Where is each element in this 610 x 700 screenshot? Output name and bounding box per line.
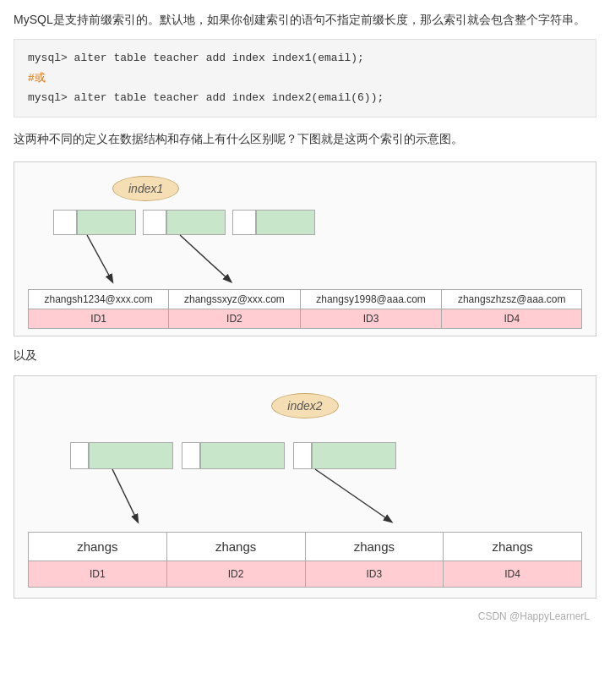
svg-line-0 (87, 235, 112, 282)
svg-line-1 (180, 235, 231, 282)
index2-block-green-2 (200, 442, 285, 469)
prefix-3: zhangs (305, 532, 444, 561)
index2-id-3: ID3 (305, 561, 444, 587)
intro-text: MySQL是支持前缀索引的。默认地，如果你创建索引的语句不指定前缀长度，那么索引… (14, 10, 596, 29)
email-1: zhangsh1234@xxx.com (29, 289, 169, 309)
index1-block-white-3 (232, 210, 256, 235)
desc-text: 这两种不同的定义在数据结构和存储上有什么区别呢？下图就是这两个索引的示意图。 (14, 129, 596, 148)
index2-id-1: ID1 (29, 561, 167, 587)
id-2: ID2 (169, 309, 300, 328)
index1-table: zhangsh1234@xxx.com zhangssxyz@xxx.com z… (28, 289, 582, 329)
email-4: zhangszhzsz@aaa.com (442, 289, 582, 309)
index1-block-green-2 (166, 210, 226, 235)
prefix-2: zhangs (166, 532, 305, 561)
index2-block-white-3 (293, 442, 312, 469)
index2-prefix-row: zhangs zhangs zhangs zhangs (29, 532, 582, 561)
index2-arrows (62, 469, 484, 528)
index1-block-white-2 (143, 210, 166, 235)
code-comment: #或 (28, 68, 582, 88)
code-line-1: mysql> alter table teacher add index ind… (28, 48, 582, 68)
index2-id-2: ID2 (166, 561, 305, 587)
index2-diagram: index2 zhangs zhangs zhangs zhangs (14, 375, 596, 599)
svg-line-2 (112, 469, 138, 522)
index1-diagram: index1 zhangsh1234@xxx.com zhangssxyz@xx… (14, 161, 596, 336)
index1-label: index1 (112, 176, 179, 201)
index2-id-row: ID1 ID2 ID3 ID4 (29, 561, 582, 587)
index2-id-4: ID4 (444, 561, 582, 587)
id-3: ID3 (300, 309, 442, 328)
index1-block-green-3 (256, 210, 315, 235)
index1-block-white-1 (53, 210, 77, 235)
index1-id-row: ID1 ID2 ID3 ID4 (29, 309, 582, 328)
prefix-4: zhangs (444, 532, 582, 561)
index2-label-area: index2 (28, 393, 582, 418)
index2-block-green-1 (89, 442, 173, 469)
prefix-1: zhangs (29, 532, 167, 561)
svg-line-3 (315, 469, 391, 522)
id-4: ID4 (442, 309, 582, 328)
index1-arrows (45, 235, 383, 286)
yijie-text: 以及 (14, 348, 596, 364)
code-line-2: mysql> alter table teacher add index ind… (28, 88, 582, 107)
index2-label: index2 (271, 393, 338, 418)
index2-block-white-1 (70, 442, 89, 469)
index2-table: zhangs zhangs zhangs zhangs ID1 ID2 ID3 … (28, 532, 582, 588)
code-block: mysql> alter table teacher add index ind… (14, 39, 596, 117)
index2-block-green-3 (312, 442, 396, 469)
index1-email-row: zhangsh1234@xxx.com zhangssxyz@xxx.com z… (29, 289, 582, 309)
watermark: CSDN @HappyLearnerL (14, 610, 596, 622)
email-2: zhangssxyz@xxx.com (169, 289, 300, 309)
email-3: zhangsy1998@aaa.com (300, 289, 442, 309)
index2-block-white-2 (182, 442, 200, 469)
id-1: ID1 (29, 309, 169, 328)
index1-block-green-1 (77, 210, 136, 235)
